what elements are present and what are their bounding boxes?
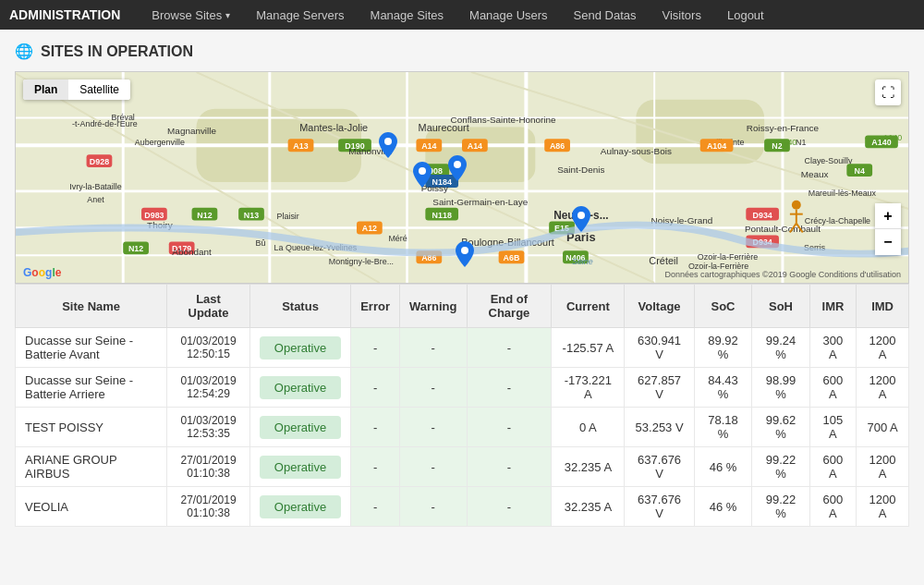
svg-text:Claye-Souilly: Claye-Souilly xyxy=(805,156,854,165)
fullscreen-icon: ⛶ xyxy=(881,85,894,100)
svg-text:Roissy-en-France: Roissy-en-France xyxy=(747,123,820,133)
map-pin-3[interactable] xyxy=(572,206,590,235)
table-cell: - xyxy=(399,328,467,368)
svg-text:A6B: A6B xyxy=(504,253,520,262)
table-cell: - xyxy=(399,408,467,447)
table-cell: 27/01/2019 01:10:38 xyxy=(167,447,250,487)
svg-text:Seine: Seine xyxy=(572,257,593,266)
table-cell: Ducasse sur Seine - Batterie Arriere xyxy=(16,368,167,408)
table-cell: Operative xyxy=(249,368,350,408)
table-cell: 89.92 % xyxy=(694,328,752,368)
table-cell: - xyxy=(351,328,400,368)
svg-text:Saint-Germain-en-Laye: Saint-Germain-en-Laye xyxy=(432,197,528,207)
table-cell: 300 A xyxy=(809,328,856,368)
nav-send-datas[interactable]: Send Datas xyxy=(561,0,650,30)
table-cell: - xyxy=(351,368,400,408)
table-cell: Operative xyxy=(249,328,350,368)
map-satellite-button[interactable]: Satellite xyxy=(68,79,130,100)
google-logo: Google xyxy=(23,266,61,279)
table-cell: 46 % xyxy=(694,447,752,487)
table-cell: - xyxy=(467,408,552,447)
map-type-control: Plan Satellite xyxy=(23,79,130,100)
table-cell: 600 A xyxy=(809,368,856,408)
svg-text:Plaisir: Plaisir xyxy=(277,212,299,221)
status-badge: Operative xyxy=(260,456,341,479)
col-soh: SoH xyxy=(752,285,810,328)
col-error: Error xyxy=(351,285,400,328)
svg-text:A140: A140 xyxy=(778,138,797,147)
table-cell: 1200 A xyxy=(857,447,909,487)
svg-text:A14: A14 xyxy=(421,141,436,151)
col-imr: IMR xyxy=(809,285,856,328)
map-pin-2[interactable] xyxy=(413,162,432,190)
svg-text:D983: D983 xyxy=(144,211,164,220)
table-cell: 1200 A xyxy=(857,328,909,368)
table-cell: 98.99 % xyxy=(752,368,810,408)
table-cell: 1200 A xyxy=(857,368,909,408)
svg-text:Conflans-Sainte-Honorine: Conflans-Sainte-Honorine xyxy=(451,115,556,125)
col-status: Status xyxy=(249,285,350,328)
map-zoom-controls: + − xyxy=(875,203,901,255)
nav-browse-sites[interactable]: Browse Sites ▾ xyxy=(139,0,243,30)
svg-point-118 xyxy=(384,138,392,145)
table-row: ARIANE GROUP AIRBUS27/01/2019 01:10:38Op… xyxy=(16,447,909,487)
col-current: Current xyxy=(552,285,625,328)
svg-text:Bréval: Bréval xyxy=(112,113,135,122)
page-content: 🌐 SITES IN OPERATION xyxy=(0,30,924,540)
table-cell: 99.24 % xyxy=(752,328,810,368)
col-site-name: Site Name xyxy=(16,285,167,328)
table-cell: VEOLIA xyxy=(16,487,167,527)
map-zoom-out-button[interactable]: − xyxy=(875,229,901,255)
map-pin-5[interactable] xyxy=(379,132,397,161)
status-badge: Operative xyxy=(260,336,341,360)
svg-text:Aubergenville: Aubergenville xyxy=(135,138,185,147)
table-row: VEOLIA27/01/2019 01:10:38Operative---32.… xyxy=(16,487,909,527)
map-pin-4[interactable] xyxy=(456,241,474,270)
nav-manage-sites[interactable]: Manage Sites xyxy=(358,0,457,30)
table-cell: 600 A xyxy=(809,447,856,487)
status-badge: Operative xyxy=(260,495,341,518)
table-cell: 46 % xyxy=(694,487,752,527)
map-pin-1[interactable] xyxy=(448,155,467,184)
table-cell: 01/03/2019 12:53:35 xyxy=(167,408,250,447)
table-cell: TEST POISSY xyxy=(16,408,167,447)
nav-logout[interactable]: Logout xyxy=(714,0,777,30)
svg-text:A140: A140 xyxy=(871,138,891,147)
table-cell: 600 A xyxy=(809,487,856,527)
svg-point-117 xyxy=(461,247,468,254)
map-fullscreen-button[interactable]: ⛶ xyxy=(875,79,901,105)
table-cell: - xyxy=(351,408,400,447)
page-title-container: 🌐 SITES IN OPERATION xyxy=(15,43,909,60)
browse-sites-caret: ▾ xyxy=(225,10,230,20)
svg-text:Pontault-Combault: Pontault-Combault xyxy=(745,224,821,234)
table-cell: 0 A xyxy=(552,408,625,447)
table-cell: - xyxy=(351,447,400,487)
svg-text:Mantes-la-Jolie: Mantes-la-Jolie xyxy=(299,122,368,133)
svg-text:N12: N12 xyxy=(197,211,212,220)
svg-text:N118: N118 xyxy=(432,211,452,220)
table-cell: - xyxy=(399,447,467,487)
table-cell: - xyxy=(467,447,552,487)
svg-text:Crécy-la-Chapelle: Crécy-la-Chapelle xyxy=(805,216,870,225)
nav-manage-servers[interactable]: Manage Servers xyxy=(243,0,357,30)
nav-manage-users[interactable]: Manage Users xyxy=(456,0,561,30)
map-plan-button[interactable]: Plan xyxy=(23,79,68,100)
svg-text:Mareuil-lès-Meaux: Mareuil-lès-Meaux xyxy=(808,189,877,198)
nav-visitors[interactable]: Visitors xyxy=(650,0,714,30)
table-cell: 53.253 V xyxy=(625,408,694,447)
map-zoom-in-button[interactable]: + xyxy=(875,203,901,229)
table-cell: 105 A xyxy=(809,408,856,447)
navbar-brand: ADMINISTRATION xyxy=(9,7,120,22)
table-cell: 627.857 V xyxy=(625,368,694,408)
svg-text:Aulnay-sous-Bois: Aulnay-sous-Bois xyxy=(601,146,672,156)
svg-text:Meaux: Meaux xyxy=(801,169,829,179)
svg-point-116 xyxy=(578,212,585,219)
table-cell: 700 A xyxy=(857,408,909,447)
svg-text:Magnanville: Magnanville xyxy=(167,126,216,136)
svg-text:Ivry-la-Bataille: Ivry-la-Bataille xyxy=(69,182,121,191)
col-last-update: Last Update xyxy=(167,285,250,328)
col-imd: IMD xyxy=(857,285,909,328)
table-cell: - xyxy=(399,368,467,408)
svg-text:Créteil: Créteil xyxy=(649,255,677,266)
table-cell: - xyxy=(351,487,400,527)
